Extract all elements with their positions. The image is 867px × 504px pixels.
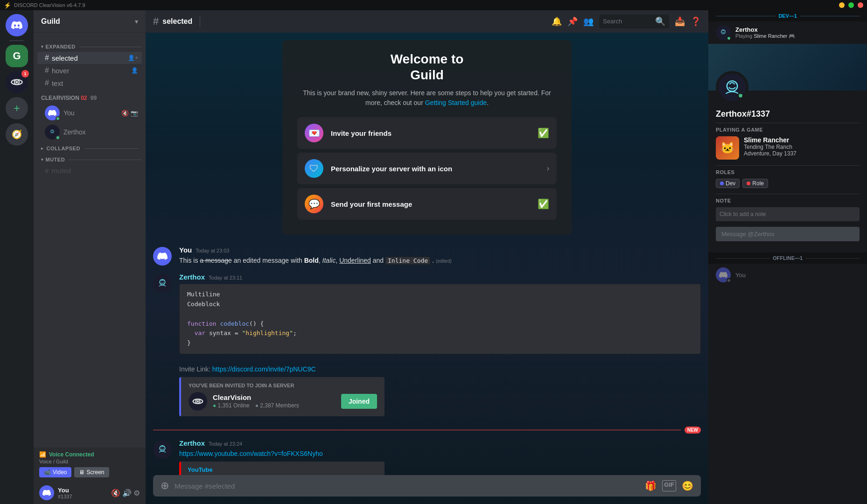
message-3-content: Invite Link: https://discord.com/invite/… — [179, 364, 701, 419]
note-area[interactable]: Click to add a note — [716, 207, 860, 221]
count-badge: 99 — [91, 95, 97, 101]
minimize-button[interactable] — [839, 2, 845, 8]
profile-avatar — [716, 71, 748, 104]
message-4-header: Zerthox Today at 23:24 — [179, 439, 701, 447]
joined-button[interactable]: Joined — [341, 394, 377, 409]
zerthox-right-avatar — [716, 25, 731, 40]
channel-hash-icon: # — [153, 15, 159, 28]
personalize-icon: 🛡 — [305, 159, 323, 178]
gif-button[interactable]: GIF — [662, 480, 676, 491]
mute-button[interactable]: 🔇 — [111, 489, 120, 497]
maximize-button[interactable] — [848, 2, 854, 8]
members-dot: ● 2,387 Members — [255, 402, 299, 409]
profile-avatar-wrap — [716, 71, 748, 104]
pin-icon[interactable]: 📌 — [567, 16, 578, 27]
close-button[interactable] — [858, 2, 863, 8]
you-controls[interactable]: 🔇 📷 — [121, 110, 138, 117]
message-4-content: Zerthox Today at 23:24 https://www.youtu… — [179, 439, 701, 475]
profile-divider-2 — [716, 165, 860, 166]
profile-name: Zerthox#1337 — [716, 109, 860, 119]
online-badge: 02 — [81, 95, 87, 101]
titlebar-controls[interactable] — [839, 2, 863, 8]
channel-header: # selected 🔔 📌 👥 🔍 📥 ❓ — [146, 10, 708, 33]
zerthox-msg-avatar-1 — [153, 274, 172, 293]
step-invite[interactable]: 💌 Invite your friends ✅ — [297, 117, 557, 149]
channel-header-icons: 🔔 📌 👥 🔍 📥 ❓ — [552, 14, 701, 28]
mute-icon[interactable]: 🔇 — [121, 110, 129, 117]
right-panel-zerthox-row[interactable]: Zerthox Playing Slime Rancher 🎮 — [708, 21, 867, 44]
note-section-title: NOTE — [716, 198, 860, 203]
code-block: Multiline Codeblock function codebloc() … — [179, 284, 701, 354]
welcome-description: This is your brand new, shiny server. He… — [297, 88, 557, 108]
message-input[interactable] — [175, 482, 639, 490]
dev-bar: DEV—1 — [708, 10, 867, 21]
video-button[interactable]: 📹 Video — [39, 467, 71, 477]
youtube-url[interactable]: https://www.youtube.com/watch?v=foFKXS6N… — [179, 450, 323, 457]
msg-1-author: You — [179, 246, 192, 254]
chevron-right-icon: ▸ — [41, 146, 44, 151]
profile-message-input[interactable]: Message @Zerthox — [716, 227, 860, 241]
deafen-button[interactable]: 🔊 — [122, 489, 132, 497]
channel-selected[interactable]: # selected 👤+ — [37, 52, 142, 64]
message-2-header: Zerthox Today at 23:11 — [179, 273, 701, 281]
step-message[interactable]: 💬 Send your first message ✅ — [297, 188, 557, 220]
member-zerthox[interactable]: Zerthox — [37, 123, 142, 141]
dev-bar-label: DEV—1 — [778, 13, 797, 19]
add-server-button[interactable]: + — [6, 97, 28, 119]
step-icon[interactable]: 🛡 Personalize your server with an icon › — [297, 153, 557, 184]
messages-area[interactable]: Welcome to Guild This is your brand new,… — [146, 33, 708, 475]
user-controls[interactable]: 🔇 🔊 ⚙ — [111, 489, 140, 497]
help-icon[interactable]: ❓ — [691, 16, 701, 27]
msg-4-author: Zerthox — [179, 439, 205, 447]
channel-muted[interactable]: # muted — [37, 165, 142, 176]
video-icon: 📹 — [44, 469, 51, 476]
bell-icon[interactable]: 🔔 — [552, 16, 562, 27]
emoji-button[interactable]: 😊 — [682, 480, 693, 491]
getting-started-link[interactable]: Getting Started guide — [425, 99, 487, 106]
member-you[interactable]: You 🔇 📷 — [37, 104, 142, 122]
message-group-2: Zerthox Today at 23:11 Multiline Codeblo… — [153, 273, 701, 357]
online-dot: ● 1,351 Online — [213, 402, 250, 409]
screen-button[interactable]: 🖥 Screen — [74, 467, 109, 477]
search-box[interactable]: 🔍 — [599, 14, 669, 28]
profile-divider — [716, 123, 860, 123]
server-icon-discord[interactable] — [6, 14, 28, 36]
channel-hover[interactable]: # hover 👤 — [37, 64, 142, 77]
message-1-content: You Today at 23:03 This is a message an … — [179, 246, 701, 266]
members-icon[interactable]: 👥 — [583, 16, 594, 27]
invite-url[interactable]: https://discord.com/invite/7pNUC9C — [212, 365, 316, 373]
role-role-dot — [747, 182, 750, 185]
message-group-4: Zerthox Today at 23:24 https://www.youtu… — [153, 439, 701, 475]
message-group-1: You Today at 23:03 This is a message an … — [153, 246, 701, 266]
channel-sidebar: Guild ▾ ▾ EXPANDED # selected 👤+ # hover — [34, 10, 146, 504]
channels-list: ▾ EXPANDED # selected 👤+ # hover 👤 # — [34, 33, 146, 448]
invite-embed-body: ClearVision ● 1,351 Online ● 2,387 Membe… — [189, 392, 377, 411]
msg-4-timestamp: Today at 23:24 — [209, 441, 242, 447]
category-arrow: ▾ — [41, 44, 44, 49]
channel-text[interactable]: # text — [37, 77, 142, 89]
message-input-area: ⊕ 🎁 GIF 😊 — [146, 475, 708, 504]
search-input[interactable] — [603, 18, 652, 25]
message-step-icon: 💬 — [305, 195, 323, 213]
search-icon: 🔍 — [655, 16, 665, 27]
server-icon-clearvision[interactable]: 1 — [6, 71, 28, 93]
server-icon-guild[interactable]: G — [6, 45, 28, 67]
settings-icon[interactable]: ⚙ — [133, 489, 140, 497]
step-arrow-icon: › — [547, 164, 549, 173]
explore-button[interactable]: 🧭 — [6, 123, 28, 146]
sidebar-header[interactable]: Guild ▾ — [34, 10, 146, 33]
inbox-icon[interactable]: 📥 — [675, 16, 685, 27]
camera-icon[interactable]: 📷 — [131, 110, 138, 117]
category-muted: ▾ MUTED — [34, 153, 146, 164]
code-line-3: } — [187, 338, 693, 348]
discord-logo: ⚡ — [4, 2, 11, 9]
zerthox-status-dot — [56, 135, 60, 140]
playing-game: 🐱 Slime Rancher Tending The Ranch Advent… — [716, 136, 860, 160]
attach-button[interactable]: ⊕ — [161, 480, 169, 492]
message-group-3: Invite Link: https://discord.com/invite/… — [153, 364, 701, 419]
screen-label: Screen — [86, 469, 104, 476]
offline-you-row[interactable]: You — [708, 264, 867, 286]
gift-icon[interactable]: 🎁 — [645, 480, 657, 491]
muted-line — [69, 160, 142, 160]
titlebar-left: ⚡ DISCORD ClearVision v6-4.7.9 — [4, 2, 85, 9]
